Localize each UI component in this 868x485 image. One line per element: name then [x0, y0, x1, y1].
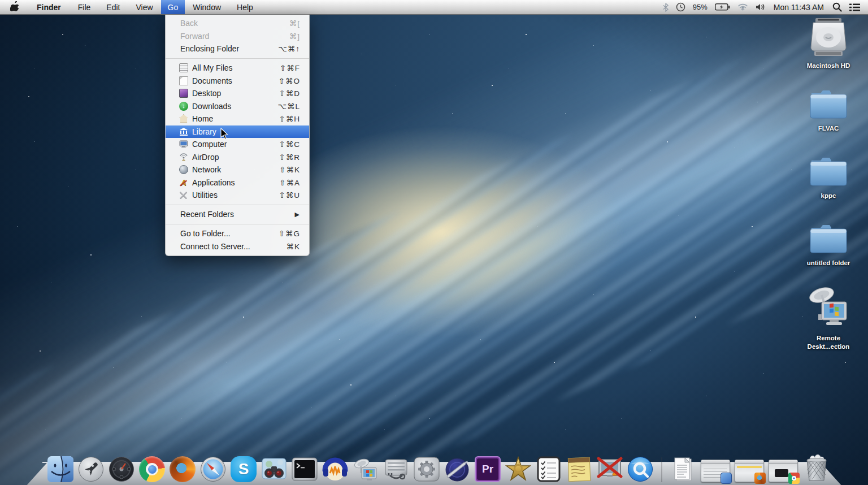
menu-go[interactable]: Go: [161, 0, 185, 14]
vignette: [0, 0, 868, 485]
menu-item-back-shortcut: ⌘[: [289, 19, 300, 28]
menu-item-enclosing-folder-label: Enclosing Folder: [180, 44, 239, 53]
dock-minimized-window-firefox[interactable]: [735, 460, 764, 482]
desktop-icon-kppc[interactable]: kppc: [796, 155, 861, 200]
dock-minimized-window-chrome[interactable]: [769, 460, 798, 482]
dock-minimized-window-1[interactable]: [701, 460, 730, 482]
menu-bar: Finder File Edit View Go Window Help 95%…: [0, 0, 868, 15]
desktop-icon-label: untitled folder: [807, 259, 850, 267]
dock-stickies-icon[interactable]: [566, 456, 592, 482]
menu-item-desktop[interactable]: Desktop ⇧⌘D: [166, 87, 309, 100]
dock-audacity-icon[interactable]: [322, 456, 348, 482]
computer-icon: [179, 140, 188, 149]
menu-item-all-my-files[interactable]: All My Files ⇧⌘F: [166, 62, 309, 75]
home-icon: [179, 114, 188, 123]
utilities-icon: [179, 190, 188, 200]
dock-trash-icon[interactable]: [802, 454, 831, 482]
all-my-files-icon: [179, 63, 188, 72]
menu-window-label: Window: [193, 3, 221, 12]
desktop-icon-macintosh-hd[interactable]: Macintosh HD: [796, 17, 861, 70]
menu-item-connect-to-server[interactable]: Connect to Server... ⌘K: [166, 240, 309, 253]
menu-item-recent-folders-label: Recent Folders: [180, 210, 234, 219]
menu-help[interactable]: Help: [229, 0, 261, 14]
volume-icon[interactable]: [756, 0, 765, 14]
menu-item-airdrop[interactable]: AirDrop ⇧⌘R: [166, 151, 309, 164]
menu-item-go-to-folder[interactable]: Go to Folder... ⇧⌘G: [166, 227, 309, 240]
notification-center-icon[interactable]: [849, 0, 860, 14]
desktop-icon-remote-desktop-connection[interactable]: Remote Deskt...ection: [796, 282, 861, 351]
menu-item-go-to-folder-shortcut: ⇧⌘G: [279, 229, 300, 238]
dock-skype-icon[interactable]: S: [231, 456, 257, 482]
dock: S: [0, 449, 868, 485]
dock-safari-icon[interactable]: [200, 456, 226, 482]
dock-terminal-icon[interactable]: [292, 456, 318, 482]
menu-item-enclosing-folder[interactable]: Enclosing Folder ⌥⌘↑: [166, 42, 309, 55]
minimized-window-titlebar: [735, 460, 763, 464]
menu-item-computer[interactable]: Computer ⇧⌘C: [166, 138, 309, 151]
dock-documents-stack-icon[interactable]: [670, 456, 696, 482]
dock-reminders-icon[interactable]: [536, 456, 562, 482]
menu-item-network[interactable]: Network ⇧⌘K: [166, 163, 309, 176]
dock-pen-drawing-app-icon[interactable]: [444, 456, 470, 482]
menu-item-recent-folders[interactable]: Recent Folders ▶: [166, 208, 309, 221]
firefox-badge-icon: [754, 473, 766, 484]
dock-dashboard-icon[interactable]: [108, 456, 134, 482]
go-menu-dropdown: Back ⌘[ Forward ⌘] Enclosing Folder ⌥⌘↑ …: [165, 15, 310, 256]
desktop-icon-label: FLVAC: [818, 124, 839, 133]
menu-item-documents[interactable]: Documents ⇧⌘O: [166, 75, 309, 88]
menu-separator: [166, 205, 309, 206]
menu-item-downloads[interactable]: Downloads ⌥⌘L: [166, 100, 309, 113]
spotlight-icon[interactable]: [832, 0, 842, 14]
menu-item-utilities-label: Utilities: [192, 190, 218, 200]
minimized-window-titlebar: [701, 460, 730, 464]
menu-item-applications[interactable]: A Applications ⇧⌘A: [166, 176, 309, 189]
minimized-window-app-badge: [721, 473, 732, 484]
menu-bar-clock[interactable]: Mon 11:43 AM: [772, 3, 825, 12]
dock-system-preferences-icon[interactable]: [414, 456, 440, 482]
menu-item-go-to-folder-label: Go to Folder...: [180, 229, 231, 238]
dock-remote-desktop-connection-icon[interactable]: [353, 456, 379, 482]
menu-separator: [166, 58, 309, 59]
bluetooth-icon[interactable]: [663, 0, 669, 14]
menu-item-forward: Forward ⌘]: [166, 30, 309, 43]
menu-item-network-label: Network: [192, 165, 221, 174]
dock-gold-star-app-icon[interactable]: [505, 456, 531, 482]
menu-separator: [166, 224, 309, 225]
menu-item-documents-shortcut: ⇧⌘O: [279, 76, 300, 85]
menu-item-home[interactable]: Home ⇧⌘H: [166, 112, 309, 125]
dock-remote-desktop-binoculars-icon[interactable]: [261, 456, 287, 482]
dock-finder-icon[interactable]: [47, 456, 73, 482]
desktop-icon-label: Macintosh HD: [807, 62, 850, 70]
menu-item-forward-label: Forward: [180, 32, 209, 41]
wifi-icon[interactable]: [737, 0, 748, 14]
menu-item-home-shortcut: ⇧⌘H: [279, 114, 300, 123]
dock-premiere-pro-icon[interactable]: Pr: [475, 456, 501, 482]
dock-firefox-icon[interactable]: [170, 456, 196, 482]
documents-icon: [179, 76, 188, 85]
menu-item-utilities[interactable]: Utilities ⇧⌘U: [166, 189, 309, 202]
menu-edit[interactable]: Edit: [98, 0, 128, 14]
menu-finder[interactable]: Finder: [28, 0, 70, 14]
dock-disconnected-display-icon[interactable]: [597, 456, 623, 482]
menu-item-downloads-shortcut: ⌥⌘L: [277, 102, 300, 111]
hard-drive-icon: [808, 17, 849, 60]
dock-quicktime-icon[interactable]: [627, 456, 653, 482]
apple-menu[interactable]: [0, 0, 28, 14]
desktop-icon-flvac[interactable]: FLVAC: [796, 88, 861, 133]
menu-item-all-my-files-label: All My Files: [192, 63, 233, 72]
menu-file[interactable]: File: [70, 0, 99, 14]
menu-view[interactable]: View: [128, 0, 160, 14]
menu-item-library[interactable]: Library: [166, 125, 309, 138]
dock-disk-utility-icon[interactable]: [383, 456, 409, 482]
dock-launchpad-icon[interactable]: [78, 456, 104, 482]
menu-item-documents-label: Documents: [192, 76, 232, 85]
menu-item-utilities-shortcut: ⇧⌘U: [279, 190, 300, 200]
menu-window[interactable]: Window: [185, 0, 229, 14]
menu-item-back-label: Back: [180, 19, 198, 28]
desktop-icon-untitled-folder[interactable]: untitled folder: [796, 222, 861, 267]
dock-chrome-icon[interactable]: [139, 456, 165, 482]
desktop-wallpaper: [0, 0, 868, 485]
battery-icon[interactable]: [715, 0, 730, 14]
menu-help-label: Help: [237, 3, 253, 12]
time-machine-icon[interactable]: [676, 0, 685, 14]
